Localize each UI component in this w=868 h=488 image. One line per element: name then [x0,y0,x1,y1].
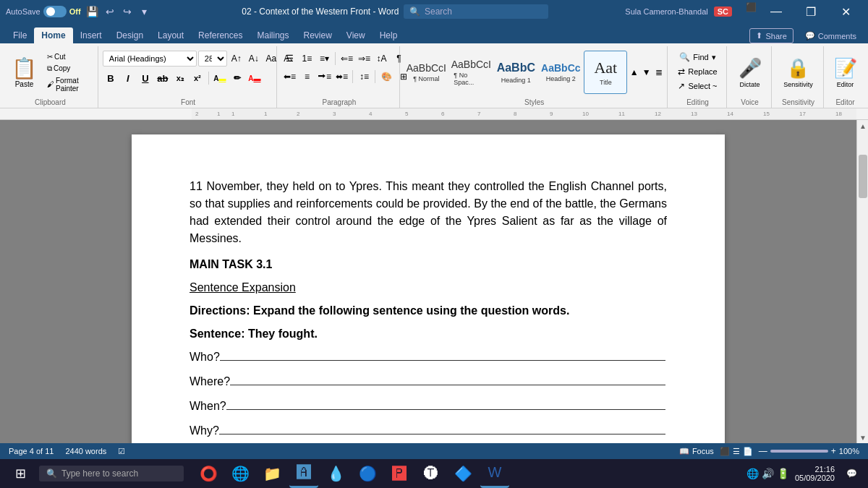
quick-access-icon[interactable]: ▾ [137,4,152,19]
bullets-button[interactable]: ☰ [281,51,297,67]
zoom-in-button[interactable]: + [831,446,836,456]
underline-button[interactable]: U [137,70,153,86]
volume-icon[interactable]: 🔊 [762,468,774,479]
taskbar-app-unknown[interactable]: 🔷 [448,459,477,488]
redo-icon[interactable]: ↪ [120,4,135,19]
strikethrough-button[interactable]: ab [155,70,171,86]
subscript-button[interactable]: x₂ [172,70,188,86]
tab-design[interactable]: Design [109,27,150,43]
taskbar-search-input[interactable] [61,468,170,479]
undo-icon[interactable]: ↩ [103,4,117,19]
read-mode-icon[interactable]: 📄 [743,447,753,456]
paste-button[interactable]: 📋 Paste [6,51,43,94]
save-icon[interactable]: 💾 [85,4,100,19]
taskbar-app-store[interactable]: 🅰 [289,459,318,488]
title-search-input[interactable] [425,7,540,17]
cut-button[interactable]: ✂ Cut [44,51,95,62]
scroll-down-arrow[interactable]: ▼ [857,432,868,443]
taskbar-clock[interactable]: 21:16 05/09/2020 [795,465,835,482]
minimize-button[interactable]: — [760,0,793,23]
align-right-button[interactable]: ⮕≡ [316,69,332,85]
line-spacing-button[interactable]: ↕≡ [356,69,372,85]
taskbar-app-word[interactable]: W [480,459,509,488]
scroll-track[interactable] [857,132,868,432]
font-color-button[interactable]: A▬ [247,70,263,86]
user-avatar[interactable]: SC [714,7,732,17]
align-center-button[interactable]: ≡ [299,69,315,85]
style-heading2[interactable]: AaBbCc Heading 2 [539,51,582,94]
title-search-bar[interactable]: 🔍 [404,4,548,19]
italic-button[interactable]: I [120,70,136,86]
vertical-scrollbar[interactable]: ▲ ▼ [856,120,868,443]
language-check-icon[interactable]: ☑ [118,447,125,456]
network-icon[interactable]: 🌐 [746,468,759,479]
close-button[interactable]: ✕ [829,0,862,23]
pencil-button[interactable]: ✏ [229,70,245,86]
tab-layout[interactable]: Layout [150,27,191,43]
tab-review[interactable]: Review [296,27,339,43]
style-no-spacing[interactable]: AaBbCcI ¶ No Spac... [449,51,493,94]
styles-scroll-up[interactable]: ▲ [629,61,639,83]
increase-indent-button[interactable]: ⇒≡ [356,51,372,67]
taskbar-app-explorer[interactable]: 📁 [258,459,286,488]
bold-button[interactable]: B [103,70,119,86]
battery-icon[interactable]: 🔋 [777,468,789,479]
tab-help[interactable]: Help [373,27,405,43]
tab-file[interactable]: File [6,27,34,43]
print-layout-icon[interactable]: ⬛ [720,447,730,456]
document-scroll[interactable]: 11 November, they held on to Ypres. This… [0,120,856,443]
decrease-indent-button[interactable]: ⇐≡ [339,51,354,67]
format-painter-button[interactable]: 🖌 Format Painter [44,75,95,94]
find-button[interactable]: 🔍 Find ▾ [675,51,720,64]
comments-button[interactable]: 💬 Comments [799,28,862,43]
increase-font-button[interactable]: A↑ [229,51,244,67]
focus-button[interactable]: 📖 Focus [679,447,714,456]
taskbar-app-powerpoint[interactable]: 🅿 [385,459,414,488]
tab-references[interactable]: References [191,27,250,43]
replace-button[interactable]: ⇄ Replace [673,65,721,78]
decrease-font-button[interactable]: A↓ [246,51,262,67]
font-name-select[interactable]: Arial (Headings) [103,51,197,67]
tab-view[interactable]: View [339,27,373,43]
multilevel-list-button[interactable]: ≡▾ [316,51,332,67]
select-button[interactable]: ↗ Select ~ [673,80,721,93]
tab-home[interactable]: Home [34,27,72,43]
taskbar-search-box[interactable]: 🔍 [39,466,184,481]
zoom-slider[interactable] [770,450,828,453]
share-button[interactable]: ⬆ Share [749,28,793,43]
sort-button[interactable]: ↕A [373,51,389,67]
tab-insert[interactable]: Insert [73,27,109,43]
styles-expand[interactable]: ≣ [653,61,664,83]
shading-button[interactable]: 🎨 [378,69,394,85]
change-case-button[interactable]: Aa [263,51,279,67]
style-heading1[interactable]: AaBbC Heading 1 [494,51,537,94]
restore-button[interactable]: ❐ [794,0,827,23]
numbering-button[interactable]: 1≡ [299,51,315,67]
editor-button[interactable]: 📝 Editor [832,55,859,90]
start-button[interactable]: ⊞ [6,459,35,488]
sensitivity-button[interactable]: 🔒 Sensitivity [781,55,815,90]
taskbar-app-dropbox[interactable]: 💧 [321,459,350,488]
superscript-button[interactable]: x² [190,70,205,86]
scroll-thumb[interactable] [859,155,867,198]
font-size-select[interactable]: 28 [198,51,227,67]
tab-mailings[interactable]: Mailings [250,27,296,43]
scroll-up-arrow[interactable]: ▲ [857,120,868,132]
align-left-button[interactable]: ⬅≡ [281,69,297,85]
dictate-button[interactable]: 🎤 Dictate [736,55,764,90]
notification-button[interactable]: 💬 [841,459,862,488]
autosave-toggle[interactable] [43,6,67,17]
style-title[interactable]: Aat Title [584,51,627,94]
styles-scroll-down[interactable]: ▼ [641,61,652,83]
copy-button[interactable]: ⧉ Copy [44,63,95,74]
taskbar-app-teams[interactable]: 🅣 [417,459,446,488]
web-layout-icon[interactable]: ☰ [733,447,740,456]
style-normal[interactable]: AaBbCcI ¶ Normal [404,51,448,94]
taskbar-app-cortana[interactable]: ⭕ [194,459,223,488]
text-highlight-button[interactable]: A▬ [212,70,228,86]
justify-button[interactable]: ⬌≡ [333,69,349,85]
taskbar-app-chrome[interactable]: 🌐 [226,459,255,488]
taskbar-app-edge[interactable]: 🔵 [353,459,382,488]
zoom-out-button[interactable]: — [759,446,767,456]
ribbon-collapse-icon[interactable]: ⬛ [744,0,758,14]
